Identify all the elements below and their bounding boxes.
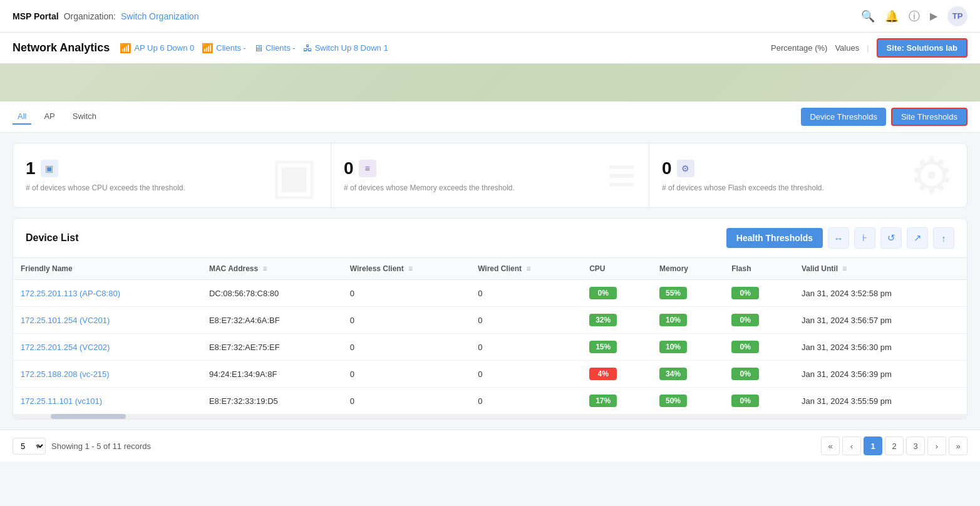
flash-badge-2: 0% [731, 341, 759, 353]
filter-tab-ap[interactable]: AP [39, 109, 59, 125]
wireless-col-menu-icon[interactable]: ≡ [408, 264, 413, 273]
header-left: Network Analytics 📶 AP Up 6 Down 0 📶 Cli… [13, 41, 388, 54]
scroll-thumb[interactable] [51, 414, 126, 419]
device-thresholds-btn[interactable]: Device Thresholds [801, 108, 885, 126]
top-bar-right: 🔍 🔔 ⓘ ▶ TP [861, 6, 967, 26]
col-wireless-client: Wireless Client ≡ [343, 258, 470, 280]
cell-wired-1: 0 [470, 307, 582, 334]
pagination-bar: 5 10 25 ▾ Showing 1 - 5 of 11 records « … [0, 430, 980, 462]
cell-valid-4: Jan 31, 2024 3:55:59 pm [794, 388, 967, 415]
table-row: 172.25.101.254 (VC201) E8:E7:32:A4:6A:BF… [13, 307, 967, 334]
map-area [0, 64, 980, 101]
play-icon-btn[interactable]: ▶ [930, 10, 937, 22]
cell-wired-0: 0 [470, 280, 582, 307]
cell-memory-1: 10% [652, 307, 724, 334]
device-link-1[interactable]: 172.25.101.254 (VC201) [21, 316, 110, 325]
header-divider: | [867, 43, 869, 53]
prev-page-btn[interactable]: ‹ [842, 436, 861, 455]
last-page-btn[interactable]: » [949, 436, 967, 455]
flash-bg-icon: ⚙ [909, 147, 954, 205]
flash-metric-card: ⚙ 0 ⚙ # of devices whose Flash exceeds t… [649, 143, 967, 207]
bell-icon-btn[interactable]: 🔔 [885, 9, 899, 23]
export-icon-btn[interactable]: ↑ [933, 227, 954, 249]
wired-col-menu-icon[interactable]: ≡ [526, 264, 530, 273]
table-container: Friendly Name MAC Address ≡ Wireless Cli… [13, 258, 967, 414]
device-link-2[interactable]: 172.25.201.254 (VC202) [21, 343, 110, 352]
columns-icon-btn[interactable]: ⊦ [854, 227, 875, 249]
device-list-header: Device List Health Thresholds ↔ ⊦ ↺ ↗ ↑ [13, 219, 967, 258]
page-1-btn[interactable]: 1 [864, 436, 882, 455]
memory-bg-icon: ≡ [607, 147, 636, 204]
device-link-4[interactable]: 172.25.11.101 (vc101) [21, 396, 102, 406]
device-table: Friendly Name MAC Address ≡ Wireless Cli… [13, 258, 967, 414]
cpu-metric-card: ▣ 1 ▣ # of devices whose CPU exceeds the… [13, 143, 331, 207]
metric-cards: ▣ 1 ▣ # of devices whose CPU exceeds the… [13, 143, 967, 208]
wired-clients-stat[interactable]: 🖥 Clients - [254, 43, 296, 53]
memory-badge-3: 34% [659, 368, 687, 380]
user-avatar[interactable]: TP [947, 6, 967, 26]
page-size-dropdown[interactable]: 5 10 25 [13, 438, 46, 455]
col-flash: Flash [724, 258, 794, 280]
header-right: Percentage (%) Values | Site: Solutions … [771, 38, 967, 58]
cell-flash-1: 0% [724, 307, 794, 334]
wireless-clients-stat[interactable]: 📶 Clients - [202, 43, 246, 54]
cell-name-0: 172.25.201.113 (AP-C8:80) [13, 280, 202, 307]
device-link-3[interactable]: 172.25.188.208 (vc-215) [21, 369, 110, 379]
cell-memory-2: 10% [652, 334, 724, 361]
external-link-icon-btn[interactable]: ↗ [907, 227, 928, 249]
cell-wired-3: 0 [470, 361, 582, 388]
cell-name-3: 172.25.188.208 (vc-215) [13, 361, 202, 388]
cpu-bg-icon: ▣ [271, 147, 318, 205]
table-header-row: Friendly Name MAC Address ≡ Wireless Cli… [13, 258, 967, 280]
flash-badge-0: 0% [731, 287, 759, 299]
cell-cpu-1: 32% [582, 307, 652, 334]
table-row: 172.25.11.101 (vc101) E8:E7:32:33:19:D5 … [13, 388, 967, 415]
refresh-icon-btn[interactable]: ↺ [880, 227, 902, 249]
search-icon-btn[interactable]: 🔍 [861, 9, 875, 23]
col-memory: Memory [652, 258, 724, 280]
switch-org-link[interactable]: Switch Organization [121, 11, 199, 21]
page-3-btn[interactable]: 3 [906, 436, 925, 455]
ap-stat[interactable]: 📶 AP Up 6 Down 0 [120, 43, 194, 54]
top-bar: MSP Portal Organization: Switch Organiza… [0, 0, 980, 33]
cell-wireless-2: 0 [343, 334, 470, 361]
cell-valid-3: Jan 31, 2024 3:56:39 pm [794, 361, 967, 388]
col-valid-until: Valid Until ≡ [794, 258, 967, 280]
cell-cpu-2: 15% [582, 334, 652, 361]
cell-flash-3: 0% [724, 361, 794, 388]
cell-wireless-4: 0 [343, 388, 470, 415]
switch-icon: 🖧 [303, 43, 312, 53]
health-thresholds-btn[interactable]: Health Thresholds [726, 228, 823, 248]
ap-stat-label: AP Up 6 Down 0 [134, 43, 194, 53]
site-thresholds-btn[interactable]: Site Thresholds [891, 108, 967, 126]
device-table-body: 172.25.201.113 (AP-C8:80) DC:08:56:78:C8… [13, 280, 967, 415]
filter-tab-switch[interactable]: Switch [68, 109, 101, 125]
page-2-btn[interactable]: 2 [885, 436, 904, 455]
percentage-view-label[interactable]: Percentage (%) [771, 43, 827, 53]
memory-icon-box: ≡ [359, 160, 376, 177]
cpu-badge-2: 15% [589, 341, 617, 353]
device-link-0[interactable]: 172.25.201.113 (AP-C8:80) [21, 289, 120, 298]
cell-valid-0: Jan 31, 2024 3:52:58 pm [794, 280, 967, 307]
collapse-icon-btn[interactable]: ↔ [828, 227, 849, 249]
page-info: Showing 1 - 5 of 11 records [51, 441, 151, 451]
horizontal-scrollbar[interactable] [13, 414, 967, 419]
switch-stat[interactable]: 🖧 Switch Up 8 Down 1 [303, 43, 388, 53]
first-page-btn[interactable]: « [821, 436, 840, 455]
help-icon-btn[interactable]: ⓘ [909, 9, 920, 24]
next-page-btn[interactable]: › [927, 436, 946, 455]
memory-metric-card: ≡ 0 ≡ # of devices whose Memory exceeds … [331, 143, 649, 207]
site-btn[interactable]: Site: Solutions lab [877, 38, 967, 58]
wireless-clients-label: Clients - [216, 43, 246, 53]
cell-name-2: 172.25.201.254 (VC202) [13, 334, 202, 361]
flash-badge-4: 0% [731, 395, 759, 407]
cpu-badge-0: 0% [589, 287, 617, 299]
values-view-label[interactable]: Values [835, 43, 859, 53]
valid-col-menu-icon[interactable]: ≡ [842, 264, 847, 273]
cpu-badge-4: 17% [589, 395, 617, 407]
flash-icon-box: ⚙ [677, 160, 694, 177]
mac-col-menu-icon[interactable]: ≡ [263, 264, 267, 273]
wifi-icon: 📶 [120, 43, 132, 54]
filter-tab-all[interactable]: All [13, 109, 31, 125]
cpu-badge-1: 32% [589, 314, 617, 326]
